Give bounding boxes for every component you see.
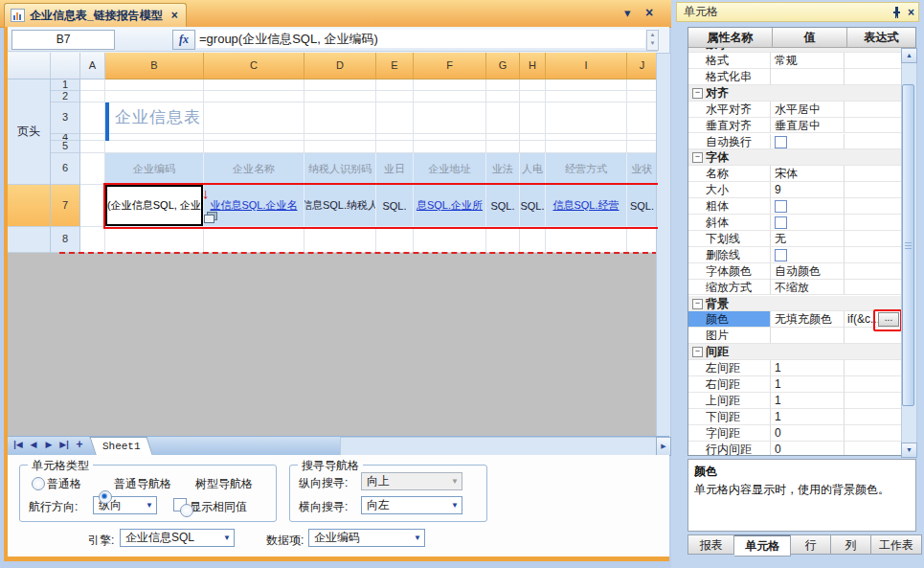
grid-corner-cell[interactable]	[8, 53, 51, 80]
cell-C7[interactable]: 业信息SQL.企业名	[204, 185, 304, 227]
cell-I1[interactable]	[546, 80, 627, 91]
property-checkbox[interactable]	[775, 249, 787, 261]
cell-C4[interactable]	[204, 134, 304, 141]
pin-icon[interactable]	[892, 7, 901, 18]
property-expression[interactable]	[845, 360, 902, 376]
report-grid[interactable]: ABCDEFGHIJ页头12345678企业编码企业名称纳税人识别码业日企业地址…	[8, 53, 658, 436]
band-cell[interactable]	[8, 227, 51, 253]
property-expression[interactable]	[845, 69, 902, 85]
cell-F6[interactable]: 企业地址	[414, 153, 486, 185]
property-row-字体颜色[interactable]: 字体颜色自动颜色	[688, 263, 902, 280]
property-expression[interactable]	[845, 442, 902, 456]
property-expression[interactable]	[845, 376, 902, 393]
property-value[interactable]: 0	[771, 442, 845, 456]
property-expression[interactable]	[845, 409, 902, 425]
property-name[interactable]: 颜色	[688, 311, 771, 328]
formula-input[interactable]: =group(企业信息SQL, 企业编码)	[196, 30, 645, 48]
property-expression[interactable]	[845, 134, 902, 150]
column-header-I[interactable]: I	[546, 53, 627, 80]
property-row-右间距[interactable]: 右间距1	[688, 376, 902, 393]
property-category-背景[interactable]: 背景−	[688, 296, 902, 312]
cell-B6[interactable]: 企业编码	[105, 153, 204, 185]
property-expression[interactable]	[845, 215, 902, 231]
row-header-2[interactable]: 2	[51, 91, 80, 102]
cell-C6[interactable]: 企业名称	[204, 153, 304, 185]
property-value[interactable]: 不缩放	[771, 280, 845, 296]
cell-G6[interactable]: 业法	[486, 153, 520, 185]
cell-A8[interactable]	[80, 227, 105, 253]
collapse-minus-icon[interactable]: −	[692, 347, 703, 357]
cell-G4[interactable]	[486, 134, 520, 141]
cell-H7[interactable]: SQL.	[520, 185, 546, 227]
property-name[interactable]: 垂直对齐	[688, 118, 771, 134]
property-expression[interactable]	[845, 263, 902, 280]
property-row-缩放方式[interactable]: 缩放方式不缩放	[688, 280, 902, 296]
property-name[interactable]: 字间距	[688, 425, 771, 442]
cell-H1[interactable]	[520, 80, 546, 91]
cell-I7[interactable]: 信息SQL.经营	[546, 185, 627, 227]
property-name[interactable]: 字体	[688, 149, 902, 166]
cell-A7[interactable]	[80, 185, 105, 227]
panel-tab-单元格[interactable]: 单元格	[734, 534, 791, 557]
cell-D5[interactable]	[304, 141, 376, 153]
col-header-name[interactable]: 属性名称	[688, 28, 773, 48]
cell-C2[interactable]	[204, 91, 304, 102]
property-value[interactable]: 1	[771, 360, 845, 376]
add-sheet-button[interactable]: +	[73, 438, 86, 451]
property-name[interactable]: 对齐	[688, 85, 902, 102]
property-name[interactable]: 缩放方式	[688, 280, 771, 296]
radio-树型导航格[interactable]	[180, 504, 193, 517]
tab-close-icon[interactable]: ×	[171, 9, 178, 22]
column-header-J[interactable]: J	[627, 53, 658, 80]
collapse-minus-icon[interactable]: −	[692, 88, 703, 99]
property-row-斜体[interactable]: 斜体	[688, 215, 902, 231]
cell-F1[interactable]	[414, 80, 486, 91]
cell-I5[interactable]	[546, 141, 627, 153]
cell-B5[interactable]	[105, 141, 204, 153]
property-row-字间距[interactable]: 字间距0	[688, 425, 902, 442]
property-name[interactable]: 背景	[688, 296, 902, 312]
property-value[interactable]	[771, 215, 845, 231]
property-row-自动换行[interactable]: 自动换行	[688, 134, 902, 150]
cell-G1[interactable]	[486, 80, 520, 91]
property-row-颜色[interactable]: 颜色无填充颜色if(&c......	[688, 311, 902, 328]
property-row-删除线[interactable]: 删除线	[688, 247, 902, 263]
property-row-下划线[interactable]: 下划线无	[688, 231, 902, 247]
first-sheet-button[interactable]: |◀	[11, 440, 25, 449]
property-name[interactable]: 删除线	[688, 247, 771, 263]
property-name[interactable]: 名称	[688, 166, 771, 182]
property-row-名称[interactable]: 名称宋体	[688, 166, 902, 182]
property-name[interactable]: 字体颜色	[688, 263, 771, 280]
cell-E1[interactable]	[376, 80, 414, 91]
cell-I8[interactable]	[546, 227, 627, 253]
property-expression[interactable]	[845, 102, 902, 118]
property-row-大小[interactable]: 大小9	[688, 182, 902, 198]
grid-corner-cell[interactable]	[51, 53, 80, 80]
property-row-格式[interactable]: 格式常规	[688, 53, 902, 69]
property-value[interactable]: 0	[771, 425, 845, 442]
cell-J8[interactable]	[627, 227, 658, 253]
document-tab[interactable]: 企业信息表_链接报告模型 ×	[4, 3, 187, 27]
col-header-expression[interactable]: 表达式	[847, 28, 915, 48]
property-value[interactable]: 无填充颜色	[771, 311, 845, 328]
grid-horizontal-scrollbar[interactable]: ◀	[340, 437, 657, 456]
cell-H2[interactable]	[520, 91, 546, 102]
property-category-间距[interactable]: 间距−	[688, 344, 902, 360]
cell-D2[interactable]	[304, 91, 376, 102]
property-row-格式化串[interactable]: 格式化串	[688, 69, 902, 85]
property-name[interactable]: 格式	[688, 53, 771, 69]
property-row-上间距[interactable]: 上间距1	[688, 393, 902, 409]
property-row-粗体[interactable]: 粗体	[688, 198, 902, 215]
property-value[interactable]: 无	[771, 231, 845, 247]
property-expression[interactable]	[845, 53, 902, 69]
property-checkbox[interactable]	[775, 136, 787, 148]
property-expression[interactable]	[845, 118, 902, 134]
row-header-6[interactable]: 6	[51, 153, 80, 185]
cell-E4[interactable]	[376, 134, 414, 141]
property-value[interactable]	[771, 247, 845, 263]
prop-vscroll-thumb[interactable]	[902, 84, 914, 406]
panel-tab-报表[interactable]: 报表	[687, 534, 734, 555]
scroll-down-icon[interactable]: ▼	[901, 443, 917, 458]
panel-tab-工作表[interactable]: 工作表	[871, 534, 922, 555]
cell-reference-box[interactable]: B7	[11, 30, 115, 50]
